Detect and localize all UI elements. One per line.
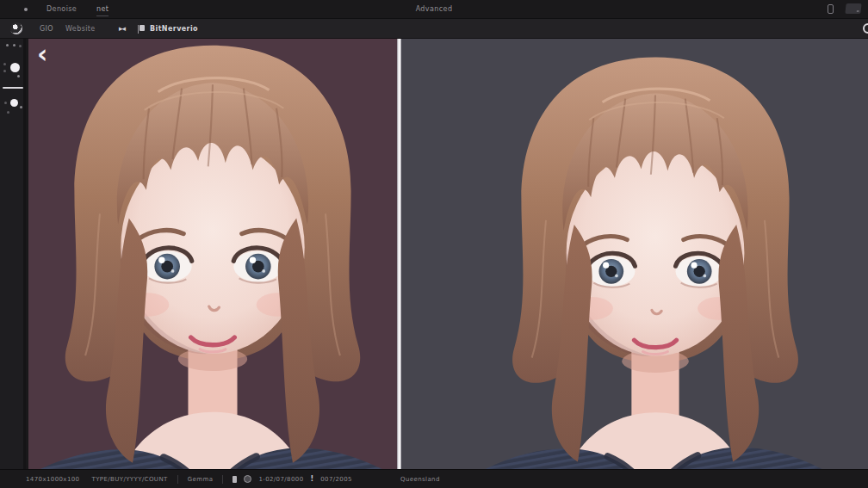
comparison-image-right — [470, 44, 840, 469]
sidebar-sphere-tool-small[interactable] — [0, 96, 23, 118]
sidebar-dots-tool[interactable] — [0, 42, 23, 51]
type-label: TYPE/BUY/YYYY/COUNT — [91, 476, 167, 483]
sidebar-divider — [3, 87, 23, 89]
comparison-image-left — [28, 39, 397, 469]
tool-sidebar — [0, 39, 26, 469]
toolbar: GIO Website ▸◂ BitNerverio — [0, 19, 868, 39]
collapse-panels-icon[interactable]: ▸◂ — [119, 23, 125, 34]
device-icon[interactable] — [828, 4, 834, 14]
viewer-panel-before[interactable]: ‹ — [28, 39, 397, 469]
viewer-panel-after[interactable] — [401, 39, 868, 469]
account-ring-icon[interactable] — [863, 23, 868, 34]
alert-icon: ! — [311, 475, 314, 483]
format-menu[interactable]: GIO — [40, 24, 53, 34]
model-label: Gemma — [188, 476, 214, 483]
separator — [222, 475, 223, 484]
window-title: Advanced — [0, 3, 868, 15]
back-button[interactable]: ‹ — [37, 42, 59, 68]
reference-menu[interactable]: BitNerverio — [150, 24, 198, 34]
separator — [177, 475, 178, 484]
vortex-icon[interactable] — [10, 22, 22, 34]
sidebar-sphere-tool[interactable] — [0, 59, 23, 83]
flag-icon — [140, 25, 145, 31]
site-menu[interactable]: Website — [65, 24, 96, 34]
window-control-icon[interactable] — [845, 3, 861, 14]
pin-icon[interactable] — [232, 476, 237, 483]
build-label: 007/2005 — [320, 476, 352, 483]
resolution-label: 1470x1000x100 — [26, 476, 79, 483]
right-status-label: Queensland — [400, 476, 440, 483]
clock-icon[interactable] — [244, 475, 251, 483]
status-bar: 1470x1000x100 TYPE/BUY/YYYY/COUNT Gemma … — [0, 469, 868, 488]
app-window: Denoise net Advanced GIO Website ▸◂ BitN… — [0, 0, 868, 488]
top-menu-bar: Denoise net Advanced — [0, 0, 868, 19]
date-label: 1-02/07/8000 — [258, 476, 303, 483]
